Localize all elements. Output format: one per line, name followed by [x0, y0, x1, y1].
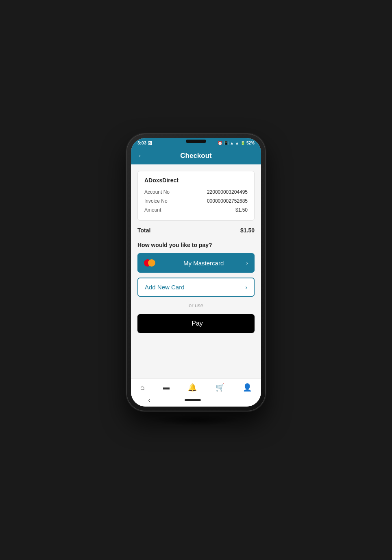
battery-icon: 🔋: [240, 141, 245, 145]
nav-card[interactable]: ▬: [160, 383, 173, 392]
phone-screen: 3:03 🖼 ⏰ 📳 ▲ ▲ 🔋 52% ← Checkout: [131, 138, 261, 407]
header: ← Checkout: [131, 147, 261, 164]
mastercard-icon: [144, 259, 156, 267]
phone-shadow: [151, 414, 241, 426]
payment-question: How would you like to pay?: [137, 242, 255, 248]
phone-device: 3:03 🖼 ⏰ 📳 ▲ ▲ 🔋 52% ← Checkout: [127, 134, 265, 411]
mastercard-label: My Mastercard: [161, 260, 246, 267]
invoice-no-label: Invoice No: [144, 198, 168, 204]
cart-icon: 🛒: [216, 383, 224, 392]
add-card-label: Add New Card: [145, 284, 245, 291]
system-bar: ‹: [131, 394, 261, 407]
profile-icon: 👤: [243, 383, 252, 392]
apple-pay-button[interactable]: Pay: [137, 314, 255, 333]
mc-orange-circle: [148, 259, 155, 267]
add-card-chevron: ›: [245, 284, 247, 291]
wifi-icon: ▲: [230, 141, 234, 145]
mastercard-chevron: ›: [246, 260, 248, 266]
invoice-row: Invoice No 000000002752685: [144, 197, 248, 206]
page-title: Checkout: [150, 152, 242, 160]
add-card-button[interactable]: Add New Card ›: [137, 278, 255, 297]
home-icon: ⌂: [140, 383, 145, 392]
or-use-text: or use: [137, 302, 255, 309]
camera-notch: [186, 140, 206, 143]
total-value: $1.50: [240, 227, 255, 234]
nav-profile[interactable]: 👤: [240, 382, 255, 393]
account-row: Account No 220000003204495: [144, 188, 248, 197]
content-area: ADoxsDirect Account No 220000003204495 I…: [131, 164, 261, 378]
nav-cart[interactable]: 🛒: [212, 382, 228, 393]
total-row: Total $1.50: [137, 225, 255, 235]
amount-row: Amount $1.50: [144, 206, 248, 214]
battery-percent: 52%: [246, 141, 255, 145]
bottom-navigation: ⌂ ▬ 🔔 🛒 👤: [131, 378, 261, 394]
account-no-label: Account No: [144, 189, 170, 195]
nav-home[interactable]: ⌂: [137, 383, 148, 393]
total-label: Total: [137, 227, 150, 234]
card-icon: ▬: [163, 384, 170, 391]
bell-icon: 🔔: [188, 383, 197, 392]
apple-pay-label: Pay: [192, 320, 203, 327]
amount-value: $1.50: [235, 207, 248, 213]
invoice-card: ADoxsDirect Account No 220000003204495 I…: [137, 171, 255, 221]
photo-icon: 🖼: [148, 141, 152, 145]
nav-notifications[interactable]: 🔔: [185, 382, 200, 393]
system-back-button[interactable]: ‹: [148, 397, 150, 403]
home-pill[interactable]: [185, 399, 201, 401]
invoice-no-value: 000000002752685: [207, 198, 248, 204]
mastercard-button[interactable]: My Mastercard ›: [137, 253, 255, 273]
signal-icon: ▲: [235, 141, 239, 145]
alarm-icon: ⏰: [218, 141, 222, 145]
merchant-name: ADoxsDirect: [144, 177, 248, 184]
vibrate-icon: 📳: [224, 141, 229, 145]
back-button[interactable]: ←: [137, 151, 146, 160]
account-no-value: 220000003204495: [207, 189, 248, 195]
time-display: 3:03: [137, 140, 146, 145]
amount-label: Amount: [144, 207, 161, 213]
